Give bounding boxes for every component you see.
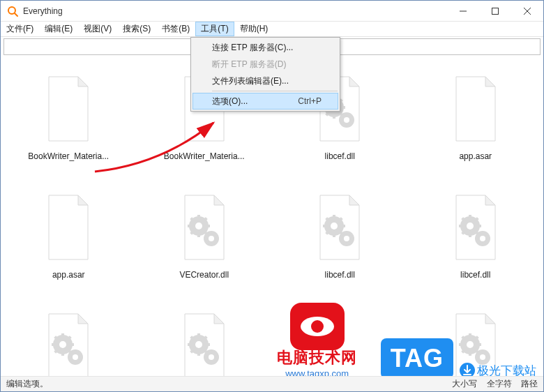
svg-rect-64 [61, 333, 64, 336]
menu-search[interactable]: 搜索(S) [117, 22, 156, 36]
menu-item-label: 断开 ETP 服务器(D) [212, 59, 286, 70]
file-item[interactable]: app.asar [1, 182, 137, 301]
svg-point-31 [331, 223, 338, 229]
app-window: Everything 文件(F) 编辑(E) 视图(V) 搜索(S) 书签(B)… [0, 0, 544, 392]
svg-point-79 [467, 341, 474, 348]
menu-item-label: 文件列表编辑器(E)... [212, 75, 289, 87]
svg-point-21 [209, 236, 214, 241]
menu-filelist-editor[interactable]: 文件列表编辑器(E)... [192, 73, 338, 89]
svg-point-67 [195, 341, 202, 348]
menu-tools[interactable]: 工具(T) [195, 22, 234, 36]
svg-point-57 [73, 354, 78, 360]
svg-rect-36 [333, 234, 335, 237]
close-button[interactable] [511, 1, 543, 21]
svg-rect-26 [188, 225, 190, 227]
svg-rect-84 [469, 353, 471, 356]
status-message: 编辑选项。 [6, 378, 445, 390]
svg-rect-22 [207, 225, 210, 227]
svg-point-9 [344, 117, 349, 123]
svg-rect-62 [52, 343, 54, 346]
menu-item-label: 选项(O)... [212, 96, 248, 107]
file-item[interactable]: VECreator.dll [137, 182, 273, 301]
dll-file-icon [35, 308, 102, 376]
svg-point-69 [209, 354, 214, 360]
blank-file-icon [442, 70, 509, 147]
svg-rect-72 [197, 353, 200, 356]
svg-point-33 [344, 236, 349, 241]
svg-rect-52 [469, 215, 471, 218]
tools-dropdown: 连接 ETP 服务器(C)... 断开 ETP 服务器(D) 文件列表编辑器(E… [190, 37, 340, 112]
titlebar: Everything [1, 1, 543, 22]
statusbar: 编辑选项。 大小写 全字符 路径 [1, 376, 543, 391]
svg-rect-48 [469, 234, 471, 237]
svg-rect-88 [469, 333, 471, 336]
status-caps: 大小写 [452, 379, 477, 389]
file-item[interactable]: libcef.dll [272, 182, 408, 301]
file-item[interactable]: libcef.dll [408, 182, 544, 301]
window-title: Everything [23, 6, 447, 16]
maximize-button[interactable] [479, 1, 511, 21]
menu-edit[interactable]: 编辑(E) [39, 22, 78, 36]
svg-rect-46 [478, 225, 481, 227]
file-item[interactable] [137, 301, 273, 376]
svg-rect-74 [188, 343, 190, 346]
blank-file-icon [306, 308, 373, 376]
status-indicators: 大小写 全字符 路径 [445, 378, 538, 390]
svg-rect-38 [323, 225, 326, 227]
menu-connect-etp[interactable]: 连接 ETP 服务器(C)... [192, 39, 338, 56]
svg-rect-70 [207, 343, 210, 346]
menu-bookmark[interactable]: 书签(B) [156, 22, 195, 36]
menu-item-shortcut: Ctrl+P [298, 96, 322, 106]
menu-item-label: 连接 ETP 服务器(C)... [212, 42, 293, 54]
svg-rect-24 [197, 234, 200, 237]
menu-view[interactable]: 视图(V) [78, 22, 117, 36]
status-path: 路径 [521, 379, 538, 389]
file-item[interactable]: app.asar [408, 63, 544, 182]
svg-rect-12 [333, 116, 335, 119]
menu-options[interactable]: 选项(O)... Ctrl+P [192, 93, 338, 110]
menu-file[interactable]: 文件(F) [1, 22, 39, 36]
menu-separator [212, 91, 338, 91]
svg-point-19 [195, 223, 202, 229]
svg-point-45 [480, 236, 485, 241]
file-label: app.asar [52, 270, 85, 280]
dll-file-icon [171, 189, 238, 266]
file-label: BookWriter_Materia... [164, 151, 245, 161]
dll-file-icon [442, 308, 509, 376]
blank-file-icon [35, 189, 102, 266]
svg-rect-50 [459, 225, 462, 227]
file-label: app.asar [459, 151, 492, 161]
file-item[interactable] [408, 301, 544, 376]
svg-rect-76 [197, 333, 200, 336]
dll-file-icon [442, 189, 509, 266]
svg-rect-60 [61, 353, 64, 356]
blank-file-icon [35, 70, 102, 147]
svg-point-81 [480, 354, 485, 360]
svg-rect-34 [342, 225, 345, 227]
status-whole: 全字符 [487, 379, 512, 389]
file-item[interactable] [272, 301, 408, 376]
file-label: libcef.dll [325, 270, 355, 280]
svg-rect-28 [197, 215, 200, 218]
svg-rect-10 [342, 106, 345, 109]
file-item[interactable] [1, 301, 137, 376]
dll-file-icon [171, 308, 238, 376]
svg-rect-58 [71, 343, 74, 346]
svg-point-43 [467, 223, 474, 229]
svg-rect-86 [459, 343, 462, 346]
menu-help[interactable]: 帮助(H) [234, 22, 274, 36]
file-item[interactable]: BookWriter_Materia... [1, 63, 137, 182]
file-label: libcef.dll [460, 270, 490, 280]
menubar: 文件(F) 编辑(E) 视图(V) 搜索(S) 书签(B) 工具(T) 帮助(H… [1, 22, 543, 37]
svg-rect-82 [478, 343, 481, 346]
svg-rect-40 [333, 215, 335, 218]
svg-line-1 [15, 13, 17, 16]
menu-disconnect-etp: 断开 ETP 服务器(D) [192, 56, 338, 73]
file-label: BookWriter_Materia... [28, 151, 109, 161]
file-label: libcef.dll [325, 151, 355, 161]
minimize-button[interactable] [447, 1, 479, 21]
file-label: VECreator.dll [179, 270, 229, 280]
window-controls [447, 1, 543, 21]
svg-point-55 [59, 341, 66, 348]
app-icon [6, 5, 19, 17]
